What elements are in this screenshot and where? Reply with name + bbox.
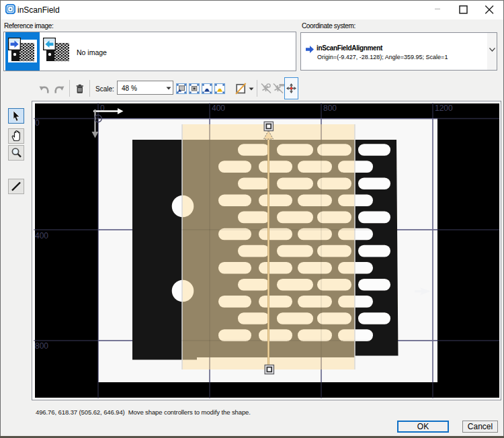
svg-text:800: 800: [323, 103, 337, 113]
svg-text:400: 400: [35, 231, 48, 240]
svg-text:400: 400: [212, 103, 225, 113]
svg-text:800: 800: [35, 341, 48, 351]
svg-text:0: 0: [35, 118, 40, 128]
svg-text:1200: 1200: [435, 103, 453, 113]
